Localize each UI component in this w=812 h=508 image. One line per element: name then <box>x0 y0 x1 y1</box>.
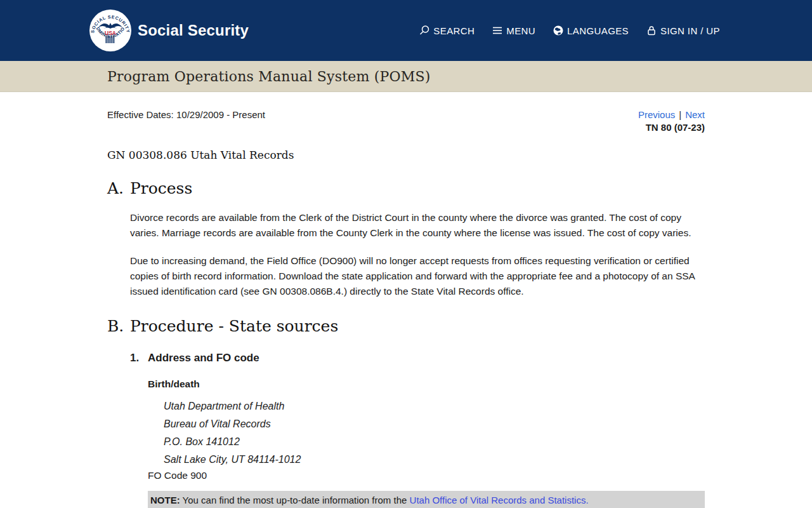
section-b-heading: B. Procedure - State sources <box>107 317 705 335</box>
navbar-menu: SEARCH MENU LANGUAGES <box>419 25 720 36</box>
meta-row: Effective Dates: 10/29/2009 - Present Pr… <box>107 109 705 120</box>
ssa-logo-link[interactable]: SOCIAL SECURITY ADMINISTRATION USA Socia… <box>89 9 249 52</box>
note-bar: NOTE: You can find the most up-to-date i… <box>148 491 705 508</box>
birth-death-block: Birth/death Utah Department of Health Bu… <box>148 378 705 508</box>
section-a-paragraph-2: Due to increasing demand, the Field Offi… <box>130 253 705 299</box>
nav-languages-label: LANGUAGES <box>567 25 629 36</box>
top-navbar: SOCIAL SECURITY ADMINISTRATION USA Socia… <box>0 0 812 61</box>
section-a-letter: A. <box>107 179 130 197</box>
subsection-1-number: 1. <box>130 352 148 364</box>
transmittal-number: TN 80 (07-23) <box>107 122 705 133</box>
poms-banner: Program Operations Manual System (POMS) <box>0 61 812 92</box>
utah-vital-records-link[interactable]: Utah Office of Vital Records and Statist… <box>410 495 589 505</box>
section-a-heading: A. Process <box>107 179 705 197</box>
content-area: Effective Dates: 10/29/2009 - Present Pr… <box>0 92 812 508</box>
address-block: Utah Department of Health Bureau of Vita… <box>164 398 705 469</box>
page-title: Program Operations Manual System (POMS) <box>107 69 431 84</box>
document-title: GN 00308.086 Utah Vital Records <box>107 149 705 161</box>
address-line: Bureau of Vital Records <box>164 415 705 433</box>
previous-link[interactable]: Previous <box>638 109 675 120</box>
nav-languages[interactable]: LANGUAGES <box>553 25 629 36</box>
subsection-1-heading: 1. Address and FO code <box>130 352 705 364</box>
address-line: Salt Lake City, UT 84114-1012 <box>164 451 705 469</box>
next-link[interactable]: Next <box>685 109 705 120</box>
nav-search-label: SEARCH <box>433 25 475 36</box>
subsection-1-title: Address and FO code <box>148 352 259 364</box>
pagination-separator: | <box>679 109 681 120</box>
nav-menu[interactable]: MENU <box>492 25 535 36</box>
note-text: You can find the most up-to-date informa… <box>180 495 410 505</box>
address-line: Utah Department of Health <box>164 398 705 415</box>
address-line: P.O. Box 141012 <box>164 433 705 451</box>
nav-signin-label: SIGN IN / UP <box>660 25 720 36</box>
nav-menu-label: MENU <box>506 25 535 36</box>
nav-search[interactable]: SEARCH <box>419 25 475 36</box>
section-b-letter: B. <box>107 317 130 335</box>
section-a-paragraph-1: Divorce records are available from the C… <box>130 210 705 241</box>
ssa-seal-icon: SOCIAL SECURITY ADMINISTRATION USA <box>89 9 132 52</box>
pagination: Previous | Next <box>638 109 705 120</box>
note-label: NOTE: <box>150 495 180 505</box>
fo-code: FO Code 900 <box>148 470 705 481</box>
nav-signin[interactable]: SIGN IN / UP <box>646 25 720 36</box>
section-b-title: Procedure - State sources <box>130 317 338 335</box>
menu-icon <box>492 25 503 36</box>
globe-icon <box>553 25 564 36</box>
section-a-title: Process <box>130 179 192 197</box>
birth-death-label: Birth/death <box>148 378 705 390</box>
effective-dates: Effective Dates: 10/29/2009 - Present <box>107 109 265 120</box>
lock-icon <box>646 25 657 36</box>
search-icon <box>419 25 430 36</box>
svg-text:USA: USA <box>105 30 116 36</box>
brand-wordmark: Social Security <box>138 22 249 39</box>
